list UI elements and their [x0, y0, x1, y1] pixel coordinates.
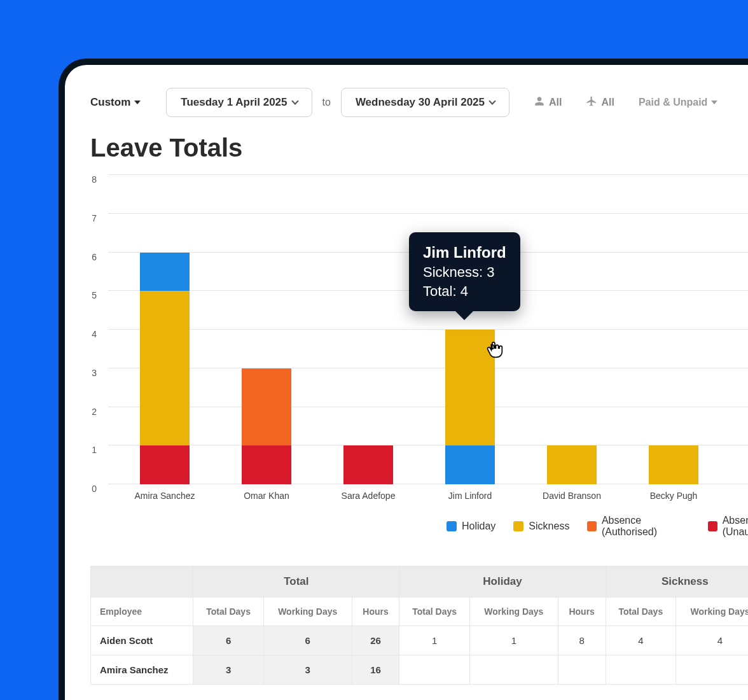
- bar-segment-holiday[interactable]: [445, 445, 495, 484]
- bar-sara-adefope[interactable]: [343, 445, 393, 484]
- legend-item-sickness[interactable]: Sickness: [513, 515, 569, 538]
- x-tick: Sara Adefope: [342, 491, 396, 501]
- user-icon: [534, 95, 545, 109]
- x-tick: Omar Khan: [244, 491, 289, 501]
- plane-icon: [586, 95, 597, 109]
- swatch-icon: [587, 521, 596, 531]
- paid-filter-label: Paid & Unpaid: [639, 97, 707, 108]
- range-dropdown[interactable]: Custom: [90, 96, 158, 109]
- chart-container: 0 1 2 3 4 5 6 7 8: [65, 169, 748, 538]
- tooltip-name: Jim Linford: [423, 242, 506, 263]
- date-to-picker[interactable]: Wednesday 30 April 2025: [341, 88, 509, 117]
- y-tick: 1: [85, 445, 97, 455]
- bar-becky-pugh[interactable]: [649, 445, 698, 484]
- chart-tooltip: Jim Linford Sickness: 3 Total: 4: [409, 232, 520, 311]
- leave-type-filter-label: All: [601, 97, 614, 108]
- date-to-label: Wednesday 30 April 2025: [356, 96, 485, 109]
- chevron-down-icon: [134, 101, 141, 104]
- col-group-sickness: Sickness: [606, 566, 748, 598]
- bar-segment-sickness[interactable]: [547, 445, 597, 484]
- legend-item-absence-unauth[interactable]: Absence (Unauthorised): [708, 515, 748, 538]
- table-group-header: Total Holiday Sickness: [91, 566, 749, 598]
- bar-segment-absence-unauth[interactable]: [140, 445, 190, 484]
- page-title: Leave Totals: [65, 117, 748, 169]
- chevron-down-icon: [488, 97, 495, 104]
- y-tick: 7: [85, 213, 97, 223]
- swatch-icon: [708, 521, 717, 531]
- cursor-hand-icon: [484, 339, 506, 365]
- people-filter[interactable]: All: [534, 95, 562, 109]
- bar-segment-sickness[interactable]: [140, 291, 190, 445]
- leave-type-filter[interactable]: All: [586, 95, 614, 109]
- x-tick: David Branson: [543, 491, 601, 501]
- table-row[interactable]: Aiden Scott 6 6 26 1 1 8 4 4: [91, 626, 749, 655]
- bar-segment-absence-auth[interactable]: [242, 368, 291, 446]
- swatch-icon: [513, 521, 523, 531]
- chevron-down-icon: [711, 101, 717, 104]
- bar-david-branson[interactable]: [547, 445, 597, 484]
- col-group-total: Total: [193, 566, 399, 598]
- leave-totals-chart[interactable]: 0 1 2 3 4 5 6 7 8: [90, 175, 748, 506]
- cell-employee: Amira Sanchez: [91, 655, 193, 685]
- legend-item-absence-auth[interactable]: Absence (Authorised): [587, 515, 690, 538]
- bar-omar-khan[interactable]: [242, 368, 291, 484]
- to-label: to: [320, 97, 333, 108]
- legend-item-holiday[interactable]: Holiday: [447, 515, 495, 538]
- filter-bar: Custom Tuesday 1 April 2025 to Wednesday…: [65, 88, 748, 117]
- date-from-label: Tuesday 1 April 2025: [181, 96, 287, 109]
- people-filter-label: All: [549, 97, 562, 108]
- y-tick: 3: [85, 368, 97, 378]
- y-tick: 6: [85, 252, 97, 262]
- x-tick: Jim Linford: [448, 491, 492, 501]
- bar-segment-absence-unauth[interactable]: [242, 445, 291, 484]
- app-card: Custom Tuesday 1 April 2025 to Wednesday…: [59, 59, 748, 700]
- y-tick: 5: [85, 290, 97, 300]
- table-row[interactable]: Amira Sanchez 3 3 16: [91, 655, 749, 685]
- range-label: Custom: [90, 96, 130, 109]
- tooltip-line-2: Total: 4: [423, 282, 506, 301]
- bar-segment-holiday[interactable]: [140, 253, 190, 291]
- bar-segment-sickness[interactable]: [649, 445, 698, 484]
- col-group-holiday: Holiday: [399, 566, 606, 598]
- y-tick: 8: [85, 174, 97, 185]
- y-tick: 0: [85, 484, 97, 494]
- paid-filter[interactable]: Paid & Unpaid: [639, 97, 717, 108]
- cell-employee: Aiden Scott: [91, 626, 193, 655]
- date-from-picker[interactable]: Tuesday 1 April 2025: [166, 88, 312, 117]
- leave-table-container: Total Holiday Sickness Employee Total Da…: [65, 566, 748, 685]
- y-tick: 2: [85, 407, 97, 417]
- col-employee: Employee: [91, 598, 193, 626]
- chevron-down-icon: [291, 97, 298, 104]
- x-tick: Amira Sanchez: [135, 491, 195, 501]
- table-sub-header: Employee Total Days Working Days Hours T…: [91, 598, 749, 626]
- plot-area: [108, 175, 748, 484]
- x-tick: Becky Pugh: [650, 491, 698, 501]
- bar-amira-sanchez[interactable]: [140, 253, 190, 485]
- leave-table: Total Holiday Sickness Employee Total Da…: [90, 566, 748, 685]
- chart-legend: Holiday Sickness Absence (Authorised) Ab…: [447, 506, 748, 538]
- swatch-icon: [447, 521, 457, 531]
- y-tick: 4: [85, 329, 97, 339]
- bar-segment-absence-unauth[interactable]: [343, 445, 393, 484]
- tooltip-line-1: Sickness: 3: [423, 263, 506, 282]
